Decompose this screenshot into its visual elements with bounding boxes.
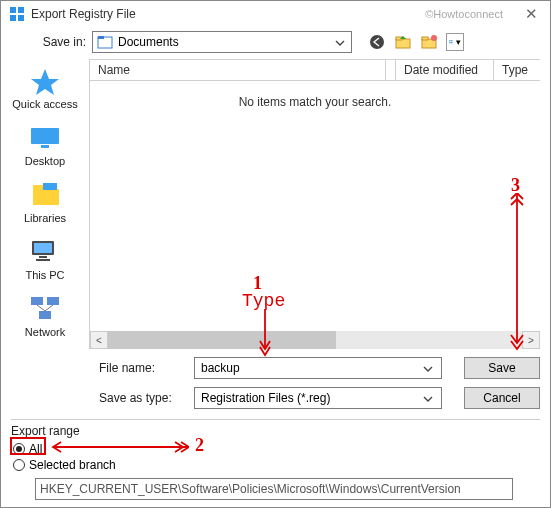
radio-icon <box>13 459 25 471</box>
svg-rect-28 <box>39 311 51 319</box>
svg-point-11 <box>431 35 437 41</box>
pc-icon <box>27 236 63 266</box>
star-icon <box>27 65 63 95</box>
svg-rect-2 <box>10 15 16 21</box>
svg-rect-18 <box>41 145 49 148</box>
svg-rect-12 <box>449 40 450 41</box>
export-range-group: Export range All Selected branch <box>1 420 550 506</box>
view-menu-button[interactable]: ▾ <box>446 33 464 51</box>
chevron-down-icon <box>421 391 435 405</box>
title-bar: Export Registry File ©Howtoconnect ✕ <box>1 1 550 27</box>
libraries-icon <box>27 179 63 209</box>
scroll-right-icon[interactable]: > <box>522 331 540 349</box>
places-bar: Quick access Desktop Libraries This PC N… <box>1 59 89 349</box>
file-list: Name Date modified Type No items match y… <box>89 59 540 349</box>
horizontal-scrollbar[interactable]: < > <box>89 331 540 349</box>
export-range-label: Export range <box>11 424 540 438</box>
svg-rect-19 <box>33 189 59 205</box>
branch-path-input[interactable] <box>35 478 513 500</box>
col-split[interactable] <box>386 60 396 80</box>
svg-rect-1 <box>18 7 24 13</box>
svg-marker-16 <box>31 69 59 95</box>
saveas-combo[interactable]: Registration Files (*.reg) <box>194 387 442 409</box>
chevron-down-icon <box>421 361 435 375</box>
svg-line-30 <box>45 305 53 311</box>
svg-rect-26 <box>31 297 43 305</box>
place-network[interactable]: Network <box>25 293 65 338</box>
svg-rect-13 <box>451 40 452 41</box>
col-name[interactable]: Name <box>90 60 386 80</box>
save-in-combo[interactable]: Documents <box>92 31 352 53</box>
saveastype-row: Save as type: Registration Files (*.reg) <box>99 387 452 409</box>
place-quick-access[interactable]: Quick access <box>12 65 77 110</box>
scroll-thumb[interactable] <box>108 331 336 349</box>
save-in-value: Documents <box>118 35 333 49</box>
svg-line-29 <box>37 305 45 311</box>
svg-rect-23 <box>34 243 52 253</box>
desktop-icon <box>27 122 63 152</box>
svg-rect-15 <box>451 42 452 43</box>
place-libraries[interactable]: Libraries <box>24 179 66 224</box>
svg-rect-3 <box>18 15 24 21</box>
cancel-button[interactable]: Cancel <box>464 387 540 409</box>
close-button[interactable]: ✕ <box>521 5 542 23</box>
filename-row: File name: backup <box>99 357 452 379</box>
column-headers: Name Date modified Type <box>89 59 540 81</box>
filename-input[interactable]: backup <box>194 357 442 379</box>
save-in-label: Save in: <box>11 35 86 49</box>
chevron-down-icon <box>333 35 347 49</box>
window-title: Export Registry File <box>31 7 425 21</box>
main-area: Quick access Desktop Libraries This PC N… <box>1 59 550 349</box>
svg-rect-21 <box>43 183 57 190</box>
svg-rect-27 <box>47 297 59 305</box>
svg-rect-14 <box>449 42 450 43</box>
col-type[interactable]: Type <box>494 60 540 80</box>
up-folder-icon[interactable] <box>394 33 412 51</box>
svg-rect-10 <box>422 37 428 40</box>
file-list-body[interactable]: No items match your search. <box>89 81 540 331</box>
svg-rect-0 <box>10 7 16 13</box>
network-icon <box>27 293 63 323</box>
save-in-row: Save in: Documents ▾ <box>1 27 550 59</box>
empty-message: No items match your search. <box>239 95 392 109</box>
svg-point-6 <box>370 35 384 49</box>
toolbar-icons: ▾ <box>368 33 464 51</box>
scroll-track[interactable] <box>108 331 522 349</box>
filename-label: File name: <box>99 361 184 375</box>
saveas-label: Save as type: <box>99 391 184 405</box>
watermark: ©Howtoconnect <box>425 8 503 20</box>
scroll-left-icon[interactable]: < <box>90 331 108 349</box>
svg-rect-24 <box>39 256 47 258</box>
svg-rect-17 <box>31 128 59 144</box>
back-icon[interactable] <box>368 33 386 51</box>
folder-icon <box>97 35 113 49</box>
place-desktop[interactable]: Desktop <box>25 122 65 167</box>
radio-all[interactable]: All <box>13 442 540 456</box>
col-date[interactable]: Date modified <box>396 60 494 80</box>
radio-selected-branch[interactable]: Selected branch <box>13 458 540 472</box>
svg-rect-25 <box>36 259 50 261</box>
radio-icon <box>13 443 25 455</box>
save-button[interactable]: Save <box>464 357 540 379</box>
svg-rect-5 <box>98 36 104 39</box>
app-icon <box>9 6 25 22</box>
new-folder-icon[interactable] <box>420 33 438 51</box>
place-this-pc[interactable]: This PC <box>25 236 64 281</box>
